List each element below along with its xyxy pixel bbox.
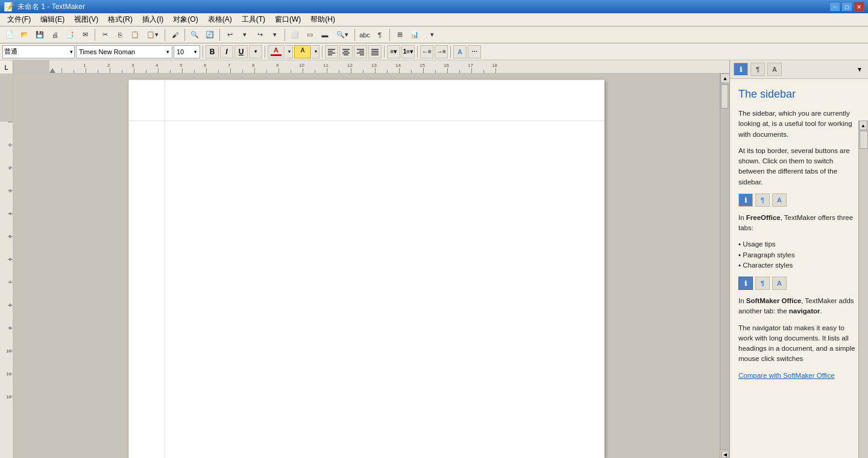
text-area[interactable] bbox=[165, 121, 604, 458]
prev-page-button[interactable]: ◀ bbox=[722, 451, 729, 458]
window-title: 未命名 1 - TextMaker bbox=[17, 2, 85, 12]
highlight-bar bbox=[297, 54, 308, 56]
document-page[interactable] bbox=[128, 80, 605, 458]
menu-file[interactable]: 文件(F) bbox=[2, 13, 36, 26]
paragraph-style-select[interactable]: 普通 ▾ bbox=[2, 45, 75, 58]
pdf-button[interactable]: 📑 bbox=[63, 28, 77, 42]
chart-insert-button[interactable]: 📊 bbox=[407, 28, 422, 42]
format-painter-button[interactable]: 🖌 bbox=[168, 28, 182, 42]
scroll-track[interactable] bbox=[720, 83, 729, 449]
page-body-row[interactable] bbox=[129, 121, 605, 459]
decrease-indent-button[interactable]: ←≡ bbox=[420, 45, 433, 58]
vertical-scrollbar[interactable]: ▲ ◀ ▶ ▼ bbox=[720, 74, 729, 458]
document-scroll-area[interactable] bbox=[13, 74, 720, 458]
horizontal-ruler: 1 2 3 4 5 bbox=[13, 60, 729, 74]
menu-object[interactable]: 对象(O) bbox=[168, 13, 203, 26]
demo2-info-icon: ℹ bbox=[738, 277, 753, 290]
save-button[interactable]: 💾 bbox=[33, 28, 47, 42]
mail-button[interactable]: ✉ bbox=[78, 28, 92, 42]
paste-button[interactable]: 📋 bbox=[128, 28, 142, 42]
menu-table[interactable]: 表格(A) bbox=[203, 13, 237, 26]
menu-edit[interactable]: 编辑(E) bbox=[36, 13, 69, 26]
align-left-icon bbox=[327, 48, 336, 56]
layout-mode-button[interactable]: ▬ bbox=[318, 28, 332, 42]
underline-style-button[interactable]: ▾ bbox=[249, 45, 262, 58]
bullet1: • Usage tips bbox=[738, 240, 776, 248]
sidebar-header: ℹ ¶ A ▾ bbox=[730, 60, 868, 79]
print-button[interactable]: 🖨 bbox=[48, 28, 62, 42]
align-center-button[interactable] bbox=[339, 45, 353, 58]
zoom-select[interactable]: 🔍▾ bbox=[333, 28, 352, 42]
minimize-button[interactable]: − bbox=[829, 2, 840, 11]
align-center-icon bbox=[342, 48, 350, 56]
scroll-thumb[interactable] bbox=[721, 84, 728, 108]
sidebar-tab-info[interactable]: ℹ bbox=[734, 63, 748, 76]
sep4 bbox=[219, 29, 220, 41]
align-left-button[interactable] bbox=[325, 45, 338, 58]
sidebar-scroll-thumb[interactable] bbox=[860, 131, 868, 149]
menu-view[interactable]: 视图(V) bbox=[69, 13, 103, 26]
replace-button[interactable]: 🔄 bbox=[203, 28, 217, 42]
sidebar-scrollbar[interactable]: ▲ bbox=[858, 121, 868, 458]
freeoffice-bold: FreeOffice bbox=[746, 214, 781, 221]
open-button[interactable]: 📂 bbox=[17, 28, 32, 42]
view-mode-button[interactable]: ▭ bbox=[303, 28, 317, 42]
font-size-select[interactable]: 10 ▾ bbox=[174, 45, 200, 58]
sidebar-tab-paragraph[interactable]: ¶ bbox=[750, 63, 765, 76]
sidebar-tab-character[interactable]: A bbox=[767, 63, 782, 76]
more-formats-button[interactable]: ⋯ bbox=[468, 45, 481, 58]
sidebar-expand-arrow[interactable]: ▾ bbox=[855, 63, 864, 76]
new-button[interactable]: 📄 bbox=[2, 28, 17, 42]
bullets-button[interactable]: ≡▾ bbox=[387, 45, 400, 58]
maximize-button[interactable]: □ bbox=[841, 2, 852, 11]
left-column: L 1 2 3 4 5 bbox=[0, 60, 13, 458]
italic-button[interactable]: I bbox=[220, 45, 233, 58]
font-value: Times New Roman bbox=[79, 48, 135, 55]
menu-window[interactable]: 窗口(W) bbox=[270, 13, 306, 26]
copy-button[interactable]: ⎘ bbox=[113, 28, 127, 42]
font-color-button[interactable]: A bbox=[268, 45, 285, 58]
menu-insert[interactable]: 插入(I) bbox=[137, 13, 168, 26]
demo-para-icon: ¶ bbox=[755, 193, 770, 207]
undo-button[interactable]: ↩ bbox=[222, 28, 237, 42]
size-value: 10 bbox=[177, 48, 184, 55]
redo-button[interactable]: ↪ bbox=[253, 28, 267, 42]
numbering-button[interactable]: 1≡▾ bbox=[401, 45, 415, 58]
menu-tools[interactable]: 工具(T) bbox=[237, 13, 270, 26]
page-left-margin bbox=[129, 121, 165, 459]
frame-mode-button[interactable]: ⬜ bbox=[288, 28, 302, 42]
ruler-toggle-button[interactable]: L bbox=[1, 61, 13, 74]
table-insert-button[interactable]: ⊞ bbox=[392, 28, 407, 42]
bold-button[interactable]: B bbox=[206, 45, 219, 58]
paste-special-button[interactable]: 📋▾ bbox=[143, 28, 162, 42]
freeoffice-desc: In FreeOffice, TextMaker offers three ta… bbox=[738, 213, 860, 234]
scroll-up-button[interactable]: ▲ bbox=[720, 74, 729, 83]
undo-list-button[interactable]: ▾ bbox=[237, 28, 252, 42]
font-select[interactable]: Times New Roman ▾ bbox=[76, 45, 172, 58]
demo2-para-icon: ¶ bbox=[755, 277, 770, 290]
page-content-area[interactable] bbox=[165, 121, 605, 459]
window-controls: − □ ✕ bbox=[829, 2, 864, 11]
more-button[interactable]: ▾ bbox=[423, 28, 442, 42]
title-bar: 📝 未命名 1 - TextMaker − □ ✕ bbox=[0, 0, 868, 13]
find-button[interactable]: 🔍 bbox=[187, 28, 202, 42]
highlight-button[interactable]: A bbox=[294, 45, 311, 58]
align-justify-button[interactable] bbox=[368, 45, 382, 58]
font-color-arrow[interactable]: ▾ bbox=[286, 45, 293, 58]
redo-list-button[interactable]: ▾ bbox=[268, 28, 282, 42]
sidebar-intro: The sidebar, which you are currently loo… bbox=[738, 108, 860, 140]
char-format-button[interactable]: A bbox=[453, 45, 467, 58]
menu-format[interactable]: 格式(R) bbox=[103, 13, 137, 26]
grammar-button[interactable]: ¶ bbox=[373, 28, 387, 42]
sep1 bbox=[95, 29, 95, 41]
underline-button[interactable]: U bbox=[234, 45, 248, 58]
compare-link[interactable]: Compare with SoftMaker Office bbox=[738, 371, 860, 381]
spell-check-button[interactable]: abc bbox=[357, 28, 372, 42]
cut-button[interactable]: ✂ bbox=[98, 28, 112, 42]
increase-indent-button[interactable]: →≡ bbox=[435, 45, 448, 58]
align-right-button[interactable] bbox=[354, 45, 367, 58]
highlight-arrow[interactable]: ▾ bbox=[312, 45, 319, 58]
menu-help[interactable]: 帮助(H) bbox=[306, 13, 340, 26]
close-button[interactable]: ✕ bbox=[854, 2, 864, 11]
sidebar-scroll-up[interactable]: ▲ bbox=[859, 121, 867, 130]
